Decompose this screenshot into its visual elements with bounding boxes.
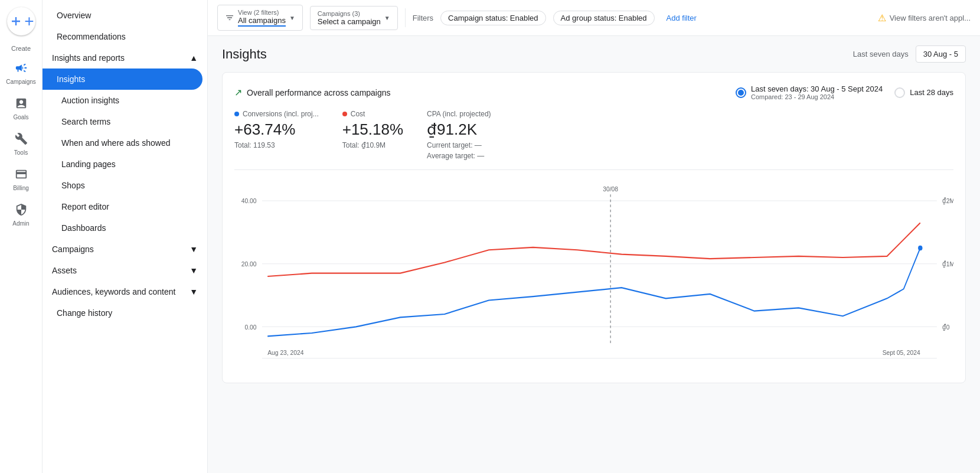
sidebar-icon-admin[interactable]: Admin — [2, 198, 40, 231]
chevron-up-icon: ▲ — [190, 53, 198, 63]
cpa-indicator: CPA (incl. projected) — [427, 110, 491, 118]
seven-days-label: Last seven days: 30 Aug - 5 Sept 2024 — [751, 84, 883, 93]
sidebar-icon-tools[interactable]: Tools — [2, 128, 40, 161]
svg-text:0.00: 0.00 — [244, 323, 256, 331]
nav-insights[interactable]: Insights — [43, 68, 202, 90]
top-bar: View (2 filters) All campaigns ▼ Campaig… — [208, 0, 980, 36]
radio-28-days — [894, 87, 905, 98]
svg-text:Aug 23, 2024: Aug 23, 2024 — [267, 349, 303, 357]
cpa-label: CPA (incl. projected) — [427, 110, 491, 118]
nav-when-where[interactable]: When and where ads showed — [43, 132, 202, 154]
time-options: Last seven days: 30 Aug - 5 Sept 2024 Co… — [736, 84, 953, 100]
create-button[interactable]: + — [7, 7, 35, 35]
nav-campaigns-section[interactable]: Campaigns ▼ — [43, 239, 207, 260]
nav-audiences-section[interactable]: Audiences, keywords and content ▼ — [43, 281, 207, 302]
goals-icon-label: Goals — [13, 114, 28, 120]
nav-recommendations[interactable]: Recommendations — [43, 26, 202, 47]
view-filter-chevron: ▼ — [289, 15, 295, 21]
ad-group-status-label: Ad group status: Enabled — [561, 14, 647, 22]
nav-change-history[interactable]: Change history — [43, 302, 202, 324]
nav-auction-insights[interactable]: Auction insights — [43, 90, 202, 111]
assets-section-label: Assets — [52, 266, 77, 275]
admin-icon-label: Admin — [12, 220, 29, 227]
campaigns-section-label: Campaigns — [52, 244, 94, 254]
time-option-28-days[interactable]: Last 28 days — [894, 87, 953, 98]
date-controls: Last seven days 30 Aug - 5 — [853, 45, 966, 63]
page-title: Insights — [222, 47, 267, 62]
date-label: Last seven days — [853, 50, 909, 58]
nav-dashboards[interactable]: Dashboards — [43, 217, 202, 239]
cost-value: +15.18% — [342, 120, 403, 139]
cost-label: Cost — [351, 110, 365, 118]
metric-conversions: Conversions (incl. proj... +63.74% Total… — [234, 110, 319, 160]
add-filter-button[interactable]: Add filter — [662, 11, 701, 25]
card-header: ↗ Overall performance across campaigns L… — [234, 84, 953, 100]
nav-sidebar: Overview Recommendations Insights and re… — [43, 0, 208, 473]
nav-assets-section[interactable]: Assets ▼ — [43, 260, 207, 281]
date-range-button[interactable]: 30 Aug - 5 — [916, 45, 966, 63]
insights-reports-label: Insights and reports — [52, 53, 125, 63]
cpa-sub2: Average target: — — [427, 152, 491, 160]
view-filter-value: All campaigns — [238, 16, 286, 27]
svg-point-15 — [918, 246, 922, 251]
sidebar-icon-billing[interactable]: Billing — [2, 163, 40, 196]
card-title-area: ↗ Overall performance across campaigns — [234, 87, 391, 98]
view-filters-warning: ⚠ View filters aren't appl... — [878, 12, 971, 24]
nav-report-editor[interactable]: Report editor — [43, 196, 202, 217]
svg-text:30/08: 30/08 — [603, 185, 618, 193]
cost-indicator: Cost — [342, 110, 403, 118]
conversions-label: Conversions (incl. proj... — [243, 110, 319, 118]
sidebar-icon-campaigns[interactable]: Campaigns — [2, 57, 40, 90]
svg-text:20.00: 20.00 — [241, 260, 257, 268]
conversions-sub: Total: 119.53 — [234, 141, 319, 149]
divider — [405, 8, 406, 27]
billing-icon-label: Billing — [13, 185, 29, 191]
admin-icon — [15, 203, 28, 219]
view-filter-button[interactable]: View (2 filters) All campaigns ▼ — [217, 5, 303, 31]
sidebar-icon-goals[interactable]: Goals — [2, 92, 40, 125]
svg-text:₫2M: ₫2M — [942, 197, 953, 205]
tools-icon-label: Tools — [14, 149, 28, 156]
view-filter-label: View (2 filters) — [238, 9, 286, 16]
chart-container: 40.00 20.00 0.00 ₫2M ₫1M ₫0 30/08 Aug 23… — [234, 182, 953, 371]
card-title-text: Overall performance across campaigns — [247, 88, 391, 97]
create-label: Create — [11, 45, 31, 52]
chevron-down-icon-assets: ▼ — [190, 266, 198, 275]
time-option-seven-days[interactable]: Last seven days: 30 Aug - 5 Sept 2024 Co… — [736, 84, 883, 100]
ad-group-status-filter[interactable]: Ad group status: Enabled — [553, 11, 655, 25]
radio-seven-days — [736, 87, 746, 98]
cost-dot — [342, 112, 347, 116]
svg-text:Sept 05, 2024: Sept 05, 2024 — [883, 349, 920, 357]
campaign-filter-button[interactable]: Campaigns (3) Select a campaign ▼ — [310, 6, 398, 30]
campaign-filter-chevron: ▼ — [384, 15, 390, 21]
filters-label: Filters — [413, 14, 433, 22]
conversions-dot — [234, 112, 239, 116]
goals-icon — [15, 97, 28, 113]
metric-cost: Cost +15.18% Total: ₫10.9M — [342, 110, 403, 160]
campaign-filter-label: Campaigns (3) — [318, 10, 381, 17]
nav-shops[interactable]: Shops — [43, 175, 202, 196]
cost-sub: Total: ₫10.9M — [342, 141, 403, 149]
metric-cpa: CPA (incl. projected) ₫91.2K Current tar… — [427, 110, 491, 160]
warning-icon: ⚠ — [878, 12, 886, 24]
svg-text:₫1M: ₫1M — [942, 260, 953, 268]
nav-overview[interactable]: Overview — [43, 5, 202, 26]
campaigns-icon-label: Campaigns — [6, 79, 36, 85]
chart-svg: 40.00 20.00 0.00 ₫2M ₫1M ₫0 30/08 Aug 23… — [234, 182, 953, 371]
28-days-label: Last 28 days — [910, 88, 953, 97]
nav-landing-pages[interactable]: Landing pages — [43, 154, 202, 175]
billing-icon — [15, 168, 28, 184]
nav-insights-reports-section[interactable]: Insights and reports ▲ — [43, 47, 207, 68]
content-area: Insights Last seven days 30 Aug - 5 ↗ Ov… — [208, 36, 980, 473]
trend-icon: ↗ — [234, 87, 242, 98]
nav-search-terms[interactable]: Search terms — [43, 111, 202, 132]
icon-sidebar: + Create Campaigns Goals Tools — [0, 0, 43, 473]
svg-text:₫0: ₫0 — [942, 323, 949, 331]
seven-days-sub: Compared: 23 - 29 Aug 2024 — [751, 93, 883, 100]
campaign-status-filter[interactable]: Campaign status: Enabled — [440, 11, 545, 25]
campaigns-icon — [15, 61, 28, 77]
conversions-indicator: Conversions (incl. proj... — [234, 110, 319, 118]
audiences-section-label: Audiences, keywords and content — [52, 287, 175, 296]
tools-icon — [15, 132, 28, 148]
cpa-value: ₫91.2K — [427, 120, 491, 139]
